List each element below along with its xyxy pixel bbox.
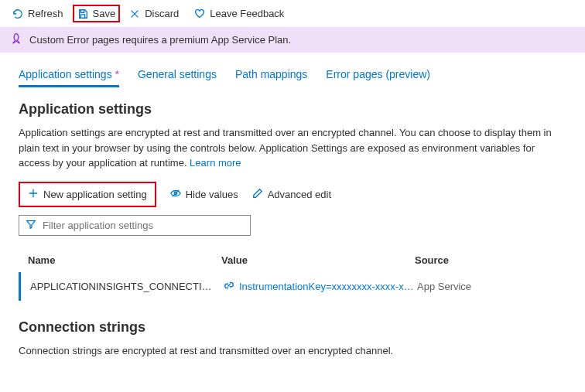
save-button[interactable]: Save xyxy=(73,5,121,22)
learn-more-link[interactable]: Learn more xyxy=(190,157,241,169)
refresh-button[interactable]: Refresh xyxy=(6,5,70,22)
connection-strings-description: Connection strings are encrypted at rest… xyxy=(19,343,566,359)
heart-icon xyxy=(194,9,205,19)
advanced-edit-button[interactable]: Advanced edit xyxy=(252,188,331,201)
col-source: Source xyxy=(415,254,557,266)
main-content: Application settings Application setting… xyxy=(0,87,585,383)
discard-label: Discard xyxy=(145,8,179,19)
discard-icon xyxy=(129,9,140,19)
app-settings-heading: Application settings xyxy=(19,101,566,118)
link-icon xyxy=(224,280,234,293)
rocket-icon xyxy=(11,33,22,46)
pencil-icon xyxy=(252,188,263,201)
eye-hide-icon xyxy=(170,188,181,201)
tab-path-mappings[interactable]: Path mappings xyxy=(235,63,307,87)
discard-button[interactable]: Discard xyxy=(123,5,185,22)
filter-icon xyxy=(26,219,36,232)
refresh-label: Refresh xyxy=(28,8,63,19)
hide-values-button[interactable]: Hide values xyxy=(170,188,238,201)
connection-strings-heading: Connection strings xyxy=(19,319,566,336)
app-settings-actions: New application setting Hide values Adva… xyxy=(19,182,566,207)
tab-application-settings[interactable]: Application settings * xyxy=(19,63,119,87)
save-label: Save xyxy=(93,8,116,19)
toolbar: Refresh Save Discard Leave Feedback xyxy=(0,0,585,27)
feedback-label: Leave Feedback xyxy=(210,8,284,19)
premium-banner: Custom Error pages requires a premium Ap… xyxy=(0,27,585,53)
new-application-setting-button[interactable]: New application setting xyxy=(19,182,156,207)
dirty-indicator: * xyxy=(115,68,119,80)
table-row[interactable]: APPLICATIONINSIGHTS_CONNECTION_STRING In… xyxy=(19,272,566,301)
plus-icon xyxy=(28,188,39,201)
col-name: Name xyxy=(28,254,221,266)
setting-value[interactable]: InstrumentationKey=xxxxxxxx-xxxx-xxxx xyxy=(224,280,417,293)
banner-text: Custom Error pages requires a premium Ap… xyxy=(29,34,291,46)
tab-bar: Application settings * General settings … xyxy=(0,53,585,87)
setting-source: App Service xyxy=(417,281,557,292)
filter-input[interactable] xyxy=(43,220,244,231)
setting-name: APPLICATIONINSIGHTS_CONNECTION_STRING xyxy=(30,281,224,292)
filter-application-settings[interactable] xyxy=(19,215,251,236)
save-icon xyxy=(77,9,88,19)
app-settings-description: Application settings are encrypted at re… xyxy=(19,125,566,171)
refresh-icon xyxy=(12,9,23,19)
feedback-button[interactable]: Leave Feedback xyxy=(188,5,290,22)
tab-error-pages[interactable]: Error pages (preview) xyxy=(326,63,430,87)
tab-general-settings[interactable]: General settings xyxy=(138,63,217,87)
settings-table-header: Name Value Source xyxy=(19,248,566,272)
col-value: Value xyxy=(221,254,415,266)
